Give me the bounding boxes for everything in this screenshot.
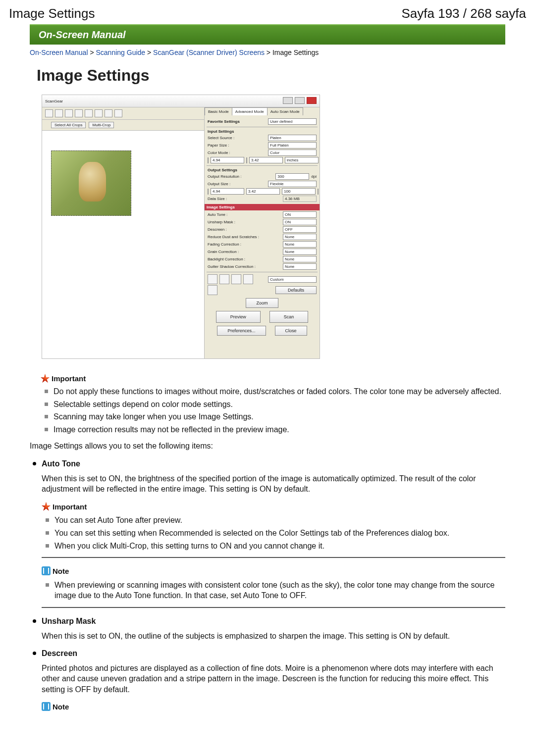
- grain-correction-select[interactable]: None: [283, 249, 317, 255]
- swap-icon[interactable]: [246, 157, 247, 163]
- list-item: Do not apply these functions to images w…: [41, 386, 505, 397]
- descreen-select[interactable]: OFF: [283, 226, 317, 233]
- close-icon[interactable]: [307, 97, 317, 104]
- output-settings-group: Output Settings: [208, 168, 317, 172]
- list-item: When you click Multi-Crop, this setting …: [42, 541, 505, 552]
- auto-tone-desc: When this is set to ON, the brightness o…: [42, 473, 505, 495]
- close-button[interactable]: Close: [275, 326, 307, 336]
- crumb-scanning-guide[interactable]: Scanning Guide: [96, 49, 145, 56]
- favorite-settings-select[interactable]: User defined: [268, 118, 317, 125]
- output-height-field[interactable]: 3.42: [246, 188, 280, 195]
- manual-titlebar: On-Screen Manual: [30, 24, 505, 45]
- gutter-shadow-label: Gutter Shadow Correction :: [208, 264, 281, 269]
- mode-tabs: Basic Mode Advanced Mode Auto Scan Mode: [205, 107, 320, 115]
- reduce-dust-label: Reduce Dust and Scratches :: [208, 235, 281, 239]
- color-mode-label: Color Mode :: [208, 151, 266, 155]
- list-item: Image correction results may not be refl…: [41, 424, 505, 435]
- custom-select[interactable]: Custom: [268, 276, 317, 283]
- page-header-left: Image Settings: [9, 6, 95, 21]
- help-icon[interactable]: [114, 109, 122, 117]
- list-item: When previewing or scanning images with …: [42, 580, 505, 601]
- list-item: Descreen Printed photos and pictures are…: [30, 648, 505, 712]
- link-icon[interactable]: [208, 189, 209, 195]
- select-source-select[interactable]: Platen: [268, 135, 317, 141]
- output-percent-field[interactable]: 100: [282, 188, 316, 195]
- output-size-select[interactable]: Flexible: [268, 181, 317, 187]
- grain-correction-label: Grain Correction :: [208, 250, 281, 254]
- input-unit-select[interactable]: inches: [285, 157, 319, 163]
- page-header-right: Sayfa 193 / 268 sayfa: [401, 6, 526, 21]
- tool-icon[interactable]: [45, 109, 53, 117]
- auto-tone-term: Auto Tone: [42, 458, 505, 469]
- scangear-title: ScanGear: [45, 99, 63, 103]
- preview-image: [51, 151, 131, 216]
- output-resolution-select[interactable]: 300: [275, 173, 309, 180]
- list-item: Selectable settings depend on color mode…: [41, 399, 505, 410]
- adjust-icon[interactable]: [208, 274, 217, 284]
- zoom-button[interactable]: Zoom: [246, 298, 278, 308]
- tab-auto-scan-mode[interactable]: Auto Scan Mode: [267, 107, 303, 115]
- preview-button[interactable]: Preview: [216, 311, 261, 323]
- image-settings-group: Image Settings: [205, 204, 320, 210]
- scangear-window: ScanGear: [42, 95, 320, 359]
- dpi-label: dpi: [311, 174, 317, 179]
- unsharp-mask-term: Unsharp Mask: [42, 616, 505, 627]
- paper-size-select[interactable]: Full Platen: [268, 142, 317, 149]
- preview-area[interactable]: [42, 131, 204, 358]
- output-resolution-label: Output Resolution :: [208, 174, 273, 179]
- output-size-label: Output Size :: [208, 182, 266, 186]
- data-size-value: 4.36 MB: [283, 196, 317, 202]
- tool-icon[interactable]: [85, 109, 93, 117]
- multi-crop-button[interactable]: Multi-Crop: [89, 122, 114, 128]
- list-item: Scanning may take longer when you use Im…: [41, 411, 505, 422]
- important-icon: [42, 502, 51, 511]
- input-width-field[interactable]: 4.94: [211, 157, 244, 163]
- tab-advanced-mode[interactable]: Advanced Mode: [232, 107, 268, 115]
- important-list: Do not apply these functions to images w…: [41, 386, 505, 435]
- unsharp-mask-label: Unsharp Mask :: [208, 220, 281, 224]
- input-height-field[interactable]: 3.42: [249, 157, 283, 163]
- intro-text: Image Settings allows you to set the fol…: [30, 441, 505, 452]
- link-icon[interactable]: [208, 157, 209, 163]
- color-mode-select[interactable]: Color: [268, 150, 317, 156]
- note-title: Note: [53, 567, 69, 575]
- percent-stepper-icon[interactable]: [318, 189, 319, 195]
- select-source-label: Select Source :: [208, 136, 266, 140]
- select-all-crops-button[interactable]: Select All Crops: [51, 122, 86, 128]
- crumb-scangear-screens[interactable]: ScanGear (Scanner Driver) Screens: [153, 49, 265, 56]
- paper-size-label: Paper Size :: [208, 143, 266, 148]
- descreen-desc: Printed photos and pictures are displaye…: [42, 663, 505, 695]
- auto-tone-select[interactable]: ON: [283, 211, 317, 218]
- tool-icon[interactable]: [65, 109, 73, 117]
- scan-button[interactable]: Scan: [269, 311, 309, 323]
- tab-basic-mode[interactable]: Basic Mode: [205, 107, 232, 115]
- adjust-icon[interactable]: [231, 274, 241, 284]
- maximize-icon[interactable]: [295, 97, 305, 104]
- fading-correction-select[interactable]: None: [283, 241, 317, 248]
- list-item: Unsharp Mask When this is set to ON, the…: [30, 616, 505, 641]
- defaults-button[interactable]: Defaults: [275, 286, 317, 294]
- tool-icon[interactable]: [105, 109, 112, 117]
- reduce-dust-select[interactable]: None: [283, 234, 317, 240]
- note-title: Note: [53, 703, 69, 711]
- left-toolbar: [42, 107, 204, 120]
- output-width-field[interactable]: 4.94: [211, 188, 244, 195]
- gutter-shadow-select[interactable]: None: [283, 263, 317, 270]
- crumb-manual[interactable]: On-Screen Manual: [30, 49, 88, 56]
- divider: [42, 607, 505, 608]
- adjust-icon[interactable]: [219, 274, 229, 284]
- data-size-label: Data Size :: [208, 197, 281, 201]
- descreen-label: Descreen :: [208, 227, 281, 232]
- tool-icon[interactable]: [75, 109, 83, 117]
- preferences-button[interactable]: Preferences...: [217, 326, 266, 336]
- list-item: Auto Tone When this is set to ON, the br…: [30, 458, 505, 608]
- adjust-icon[interactable]: [243, 274, 253, 284]
- unsharp-mask-select[interactable]: ON: [283, 219, 317, 225]
- adjust-icon[interactable]: [208, 285, 217, 295]
- backlight-correction-select[interactable]: None: [283, 256, 317, 262]
- tool-icon[interactable]: [55, 109, 63, 117]
- tool-icon[interactable]: [95, 109, 103, 117]
- minimize-icon[interactable]: [283, 97, 293, 104]
- fading-correction-label: Fading Correction :: [208, 242, 281, 247]
- backlight-correction-label: Backlight Correction :: [208, 257, 281, 261]
